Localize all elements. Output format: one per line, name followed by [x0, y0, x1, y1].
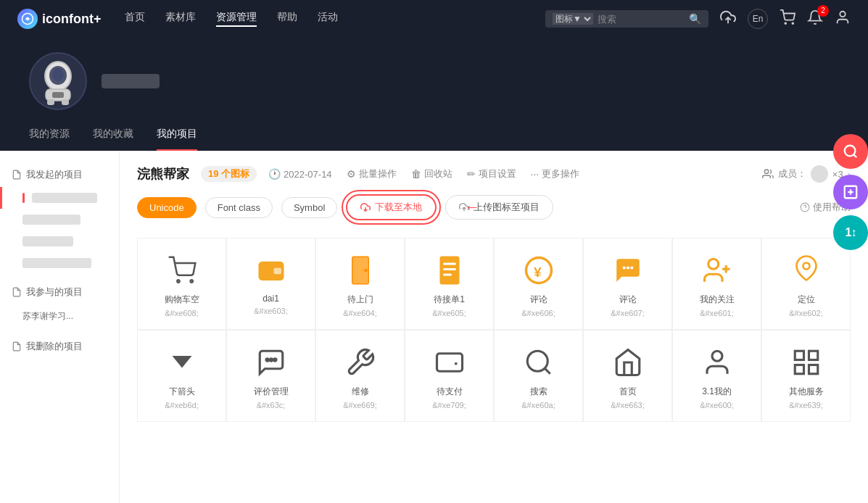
svg-rect-52 [795, 365, 803, 374]
edit-icon: ✏ [467, 168, 476, 180]
icon-cell-2[interactable]: 待上门 &#xe604; [315, 238, 405, 330]
svg-point-47 [527, 351, 547, 371]
nav-resource-mgmt[interactable]: 资源管理 [216, 11, 257, 27]
sidebar-project-item-1[interactable] [0, 187, 119, 209]
icon-code-12: &#xe60a; [521, 401, 555, 410]
search-box[interactable]: 图标▼ 🔍 [545, 10, 708, 28]
main-container: 我发起的项目 我参与的项目 苏李谢学习... [0, 151, 868, 503]
icon-cell-4[interactable]: ¥ 评论 &#xe606; [494, 238, 583, 330]
icon-cell-13[interactable]: 首页 &#xe663; [583, 330, 672, 422]
project-content: 浣熊帮家 19 个图标 🕐 2022-07-14 ⚙ 批量操作 🗑 回收站 [120, 151, 868, 503]
fab-user[interactable]: 1↕ [833, 215, 868, 250]
icon-cell-12[interactable]: 搜索 &#xe60a; [494, 330, 583, 422]
sidebar-project-item-2[interactable] [0, 209, 119, 230]
icon-person [700, 345, 735, 380]
svg-point-44 [270, 359, 273, 362]
logo-icon [17, 9, 38, 29]
svg-rect-11 [52, 92, 64, 98]
profile-icon-btn[interactable] [835, 9, 851, 29]
icon-name-4: 评论 [530, 294, 547, 306]
icon-code-3: &#xe605; [432, 309, 466, 317]
icon-code-13: &#xe663; [611, 401, 644, 410]
nav-activity[interactable]: 活动 [318, 11, 338, 27]
icon-grid [789, 345, 824, 380]
icon-cell-0[interactable]: 购物车空 &#xe608; [137, 238, 226, 330]
language-icon-btn[interactable]: En [748, 9, 768, 29]
profile-top [29, 52, 839, 122]
cart-icon-btn[interactable] [780, 9, 795, 29]
tab-unicode-btn[interactable]: Unicode [137, 197, 197, 218]
icon-cell-8[interactable]: 下箭头 &#xeb6d; [137, 330, 226, 422]
fab-search[interactable] [833, 134, 868, 169]
search-type-select[interactable]: 图标▼ [553, 13, 593, 25]
icon-wallet [254, 253, 289, 288]
tab-symbol-btn[interactable]: Symbol [281, 197, 337, 218]
svg-point-41 [803, 263, 809, 270]
tab-my-projects[interactable]: 我的项目 [157, 128, 197, 151]
icon-wallet2 [432, 345, 467, 380]
meta-batch-ops[interactable]: ⚙ 批量操作 [347, 167, 397, 180]
icon-cell-3[interactable]: 待接单1 &#xe605; [405, 238, 494, 330]
tab-my-resources[interactable]: 我的资源 [29, 128, 70, 151]
icon-cell-6[interactable]: 我的关注 &#xe601; [672, 238, 761, 330]
profile-tabs: 我的资源 我的收藏 我的项目 [29, 128, 839, 151]
nav-home[interactable]: 首页 [125, 11, 145, 27]
profile-header: 我的资源 我的收藏 我的项目 [0, 38, 868, 151]
floating-actions: 1↕ [833, 134, 868, 250]
meta-more[interactable]: ··· 更多操作 [531, 167, 580, 180]
svg-rect-46 [437, 354, 462, 372]
icon-name-6: 我的关注 [700, 294, 735, 306]
icon-cell-9[interactable]: 评价管理 &#x63c; [226, 330, 315, 422]
meta-date[interactable]: 🕐 2022-07-14 [268, 168, 332, 180]
nav-help[interactable]: 帮助 [277, 11, 297, 27]
download-btn-wrapper: 下载至本地 ← [346, 194, 437, 220]
icon-cell-5[interactable]: 评论 &#xe607; [583, 238, 672, 330]
search-input[interactable] [598, 14, 685, 25]
icon-cell-7[interactable]: 定位 &#xe602; [761, 238, 851, 330]
upload-icon-btn[interactable] [720, 9, 736, 29]
sidebar-section-my-projects: 我发起的项目 [0, 162, 119, 274]
tab-fontclass-btn[interactable]: Font class [205, 197, 273, 218]
project-icon-count: 19 个图标 [201, 166, 257, 182]
sidebar-participated-title: 我参与的项目 [0, 280, 119, 304]
download-btn[interactable]: 下载至本地 [346, 194, 437, 220]
svg-rect-51 [809, 351, 817, 359]
svg-point-22 [177, 280, 179, 282]
icon-arrow-down [165, 345, 199, 380]
nav-assets[interactable]: 素材库 [165, 11, 196, 27]
svg-point-45 [273, 359, 276, 362]
icon-cell-15[interactable]: 其他服务 &#xe639; [761, 330, 851, 422]
upload-btn[interactable]: 上传图标至项目 [445, 195, 553, 220]
username-placeholder [102, 74, 160, 88]
icon-name-2: 待上门 [347, 294, 373, 306]
icon-cell-11[interactable]: 待支付 &#xe709; [405, 330, 494, 422]
sidebar-participated-item[interactable]: 苏李谢学习... [0, 304, 119, 328]
svg-point-36 [626, 266, 629, 269]
svg-rect-31 [443, 268, 456, 270]
sidebar-project-item-3[interactable] [0, 230, 119, 252]
fab-add[interactable] [833, 175, 868, 209]
icon-door [343, 253, 378, 288]
icon-person-add [700, 253, 735, 288]
sidebar-project-item-4[interactable] [0, 252, 119, 274]
meta-settings[interactable]: ✏ 项目设置 [467, 167, 516, 180]
batch-icon: ⚙ [347, 168, 356, 180]
sidebar-project-placeholder-3 [22, 236, 73, 246]
icon-code-5: &#xe607; [611, 309, 644, 317]
icon-cell-14[interactable]: 3.1我的 &#xe600; [672, 330, 761, 422]
logo[interactable]: iconfont+ [17, 9, 102, 29]
icon-coin: ¥ [521, 253, 556, 288]
icon-name-14: 3.1我的 [702, 386, 732, 398]
tab-my-favorites[interactable]: 我的收藏 [93, 128, 133, 151]
clock-icon: 🕐 [268, 168, 281, 180]
icon-name-13: 首页 [619, 386, 637, 398]
icon-cell-10[interactable]: 维修 &#xe669; [315, 330, 405, 422]
project-name: 浣熊帮家 [137, 165, 189, 183]
search-icon[interactable]: 🔍 [689, 13, 701, 25]
notification-icon-btn[interactable]: 2 [807, 9, 823, 29]
project-meta: 🕐 2022-07-14 ⚙ 批量操作 🗑 回收站 ✏ 项目设置 ··· [268, 167, 751, 180]
svg-point-23 [190, 280, 192, 282]
icon-name-12: 搜索 [530, 386, 547, 398]
meta-recycle[interactable]: 🗑 回收站 [411, 167, 452, 180]
icon-cell-1[interactable]: dai1 &#xe603; [226, 238, 315, 330]
